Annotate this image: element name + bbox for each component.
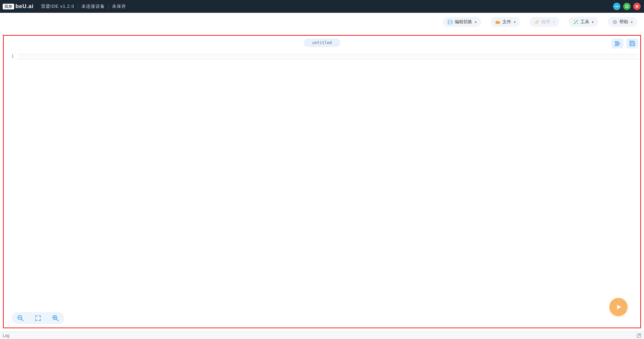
program-menu[interactable]: 程序 ▾ xyxy=(530,17,559,27)
minimize-icon xyxy=(615,4,619,8)
blocks-icon xyxy=(614,40,621,47)
program-label: 程序 xyxy=(541,19,550,25)
log-expand-button[interactable] xyxy=(637,333,641,338)
window-minimize-button[interactable] xyxy=(613,3,620,10)
editor-line: 1 xyxy=(5,54,639,60)
chevron-down-icon: ▾ xyxy=(553,20,555,24)
svg-point-7 xyxy=(574,20,575,21)
svg-point-8 xyxy=(577,23,578,24)
toolbar: 编程切换 ▾ 文件 ▾ 程序 ▾ 工具 ▾ ? 帮助 ▾ xyxy=(0,13,644,31)
link-icon xyxy=(534,20,539,25)
run-button[interactable] xyxy=(609,298,628,316)
mode-switch-label: 编程切换 xyxy=(455,19,472,25)
tools-label: 工具 xyxy=(580,19,589,25)
mode-switch-menu[interactable]: 编程切换 ▾ xyxy=(443,17,481,27)
brand-badge: 贝尔 xyxy=(3,4,14,9)
zoom-in-button[interactable] xyxy=(51,313,60,323)
save-button[interactable] xyxy=(626,38,638,48)
svg-rect-11 xyxy=(631,41,633,43)
chevron-down-icon: ▾ xyxy=(592,20,594,24)
connection-status: 未连接设备 xyxy=(78,3,108,9)
zoom-controls xyxy=(12,312,64,324)
svg-point-6 xyxy=(577,20,578,21)
tools-menu[interactable]: 工具 ▾ xyxy=(569,17,598,27)
chevron-down-icon: ▾ xyxy=(475,20,477,24)
help-icon: ? xyxy=(612,20,617,25)
svg-rect-1 xyxy=(626,5,628,8)
tools-icon xyxy=(573,20,578,25)
zoom-in-icon xyxy=(52,314,59,322)
file-menu[interactable]: 文件 ▾ xyxy=(491,17,520,27)
editor-actions xyxy=(611,38,638,48)
svg-line-17 xyxy=(56,319,58,321)
blocks-view-button[interactable] xyxy=(611,38,623,48)
expand-icon xyxy=(637,333,641,338)
log-label: Log xyxy=(3,333,9,338)
brand-text: beU.ai xyxy=(15,3,34,9)
help-label: 帮助 xyxy=(619,19,628,25)
save-status: 未保存 xyxy=(109,3,129,9)
titlebar: 贝尔 beU.ai 雷霆IDE v1.2.0 未连接设备 未保存 xyxy=(0,0,644,13)
maximize-icon xyxy=(625,4,629,8)
app-title: 雷霆IDE v1.2.0 xyxy=(38,3,78,9)
editor-panel: untitled 1 xyxy=(3,35,641,328)
close-icon xyxy=(635,4,639,8)
line-number: 1 xyxy=(5,54,17,60)
svg-text:?: ? xyxy=(614,20,616,24)
zoom-reset-button[interactable] xyxy=(33,313,43,323)
play-icon xyxy=(614,303,622,311)
folder-icon xyxy=(495,20,500,25)
zoom-out-icon xyxy=(17,314,24,322)
code-icon xyxy=(448,20,453,25)
save-icon xyxy=(629,40,636,47)
svg-line-14 xyxy=(22,319,23,321)
window-close-button[interactable] xyxy=(633,3,641,10)
zoom-out-button[interactable] xyxy=(16,313,25,323)
tabbar: untitled xyxy=(4,38,640,47)
tab-untitled[interactable]: untitled xyxy=(304,38,341,47)
svg-point-5 xyxy=(574,23,575,24)
line-content[interactable] xyxy=(17,54,639,60)
chevron-down-icon: ▾ xyxy=(514,20,516,24)
window-maximize-button[interactable] xyxy=(623,3,631,10)
help-menu[interactable]: ? 帮助 ▾ xyxy=(608,17,637,27)
file-label: 文件 xyxy=(502,19,511,25)
log-panel-header[interactable]: Log xyxy=(0,332,644,339)
code-editor[interactable]: 1 xyxy=(5,54,639,326)
chevron-down-icon: ▾ xyxy=(631,20,633,24)
fullscreen-icon xyxy=(34,314,42,322)
